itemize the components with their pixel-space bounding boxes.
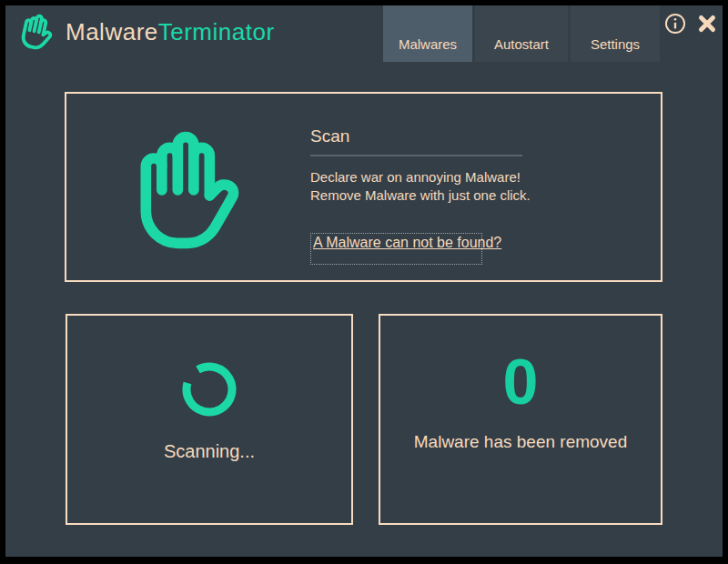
tab-bar: Malwares Autostart Settings bbox=[383, 5, 660, 62]
app-title-accent: Terminator bbox=[158, 18, 275, 45]
scan-description-line2: Remove Malware with just one click. bbox=[310, 187, 531, 203]
scan-heading: Scan bbox=[310, 126, 638, 146]
close-icon bbox=[697, 14, 717, 34]
scan-hand-box bbox=[66, 94, 310, 280]
window-controls bbox=[663, 12, 717, 35]
tab-malwares[interactable]: Malwares bbox=[383, 5, 472, 62]
scanning-panel: Scanning... bbox=[66, 314, 353, 525]
info-icon bbox=[663, 12, 687, 35]
loading-spinner-icon bbox=[181, 361, 238, 418]
malware-not-found-link[interactable]: A Malware can not be found? bbox=[313, 235, 501, 250]
scanning-label: Scanning... bbox=[164, 441, 255, 462]
info-button[interactable] bbox=[663, 12, 687, 35]
close-button[interactable] bbox=[697, 14, 717, 34]
app-title-primary: Malware bbox=[66, 18, 158, 45]
scan-divider bbox=[310, 155, 522, 156]
hand-stop-icon bbox=[125, 118, 252, 262]
scan-description-line1: Declare war on annoying Malware! bbox=[310, 169, 521, 185]
removed-label: Malware has been removed bbox=[414, 432, 627, 452]
malware-not-found-link-box[interactable]: A Malware can not be found? bbox=[310, 233, 482, 265]
removed-panel: 0 Malware has been removed bbox=[379, 314, 662, 525]
scan-description: Declare war on annoying Malware!Remove M… bbox=[310, 168, 638, 205]
removed-count: 0 bbox=[503, 350, 539, 414]
brand: MalwareTerminator bbox=[18, 11, 275, 53]
app-title: MalwareTerminator bbox=[66, 18, 275, 46]
tab-settings[interactable]: Settings bbox=[571, 5, 660, 62]
scan-content: Scan Declare war on annoying Malware!Rem… bbox=[310, 94, 638, 280]
hand-stop-logo-icon bbox=[15, 7, 61, 56]
app-window: MalwareTerminator Malwares Autostart Set… bbox=[0, 0, 728, 564]
scan-panel: Scan Declare war on annoying Malware!Rem… bbox=[65, 92, 662, 282]
tab-autostart[interactable]: Autostart bbox=[475, 5, 568, 62]
